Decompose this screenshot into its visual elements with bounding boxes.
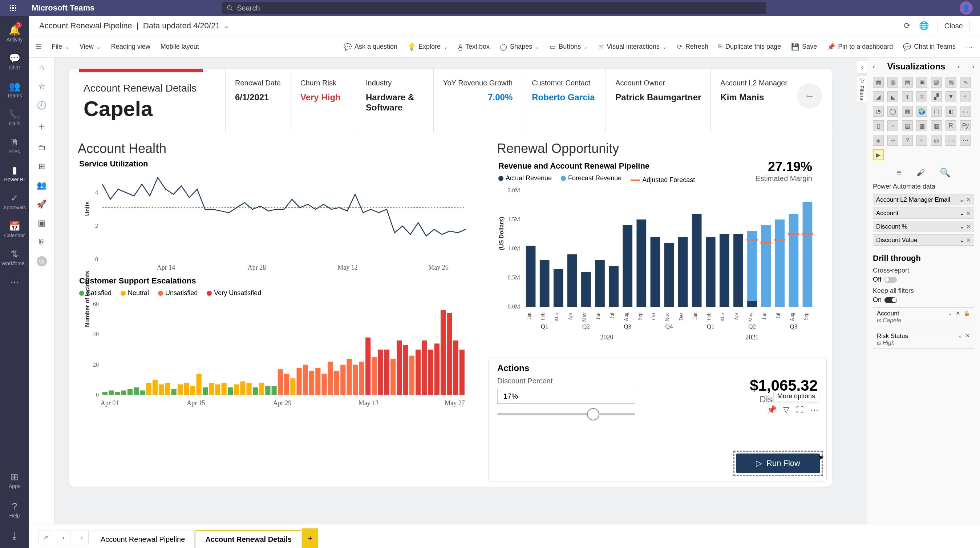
- remove-icon[interactable]: ✕: [956, 310, 960, 317]
- keep-filters-toggle[interactable]: On: [873, 296, 897, 304]
- viz-power-automate-icon[interactable]: ▶: [873, 149, 884, 160]
- revenue-chart[interactable]: (US Dollars) 0.0M0.5M1.0M1.5M2.0MJanFebM…: [502, 187, 818, 347]
- rail-activity[interactable]: 🔔Activity3: [0, 20, 29, 48]
- back-button[interactable]: ←: [797, 83, 822, 109]
- run-flow-button[interactable]: ▷Run Flow: [736, 454, 820, 473]
- panel-back-icon[interactable]: ‹: [873, 63, 875, 70]
- visualization-picker[interactable]: ▦▥▤▣▨▧∿ ◢◣⫿≋▞▼⁘ ◔◯▦🌍▢◐▭ ▯▫▤▦▦RPy ◈⊹?≡◎▭⋯…: [873, 76, 974, 160]
- expand-button[interactable]: ↗: [38, 530, 52, 544]
- rail-chat[interactable]: 💬Chat: [0, 48, 29, 76]
- discount-percent-input[interactable]: 17%: [497, 389, 635, 404]
- viz-matrix-icon[interactable]: ▦: [931, 120, 942, 131]
- remove-field-icon[interactable]: ✕: [966, 237, 971, 243]
- save-button[interactable]: 💾Save: [791, 43, 817, 51]
- mini-favorites[interactable]: ☆: [38, 82, 45, 91]
- viz-line-icon[interactable]: ∿: [960, 76, 971, 88]
- viz-pie-icon[interactable]: ◔: [873, 106, 884, 117]
- viz-goals-icon[interactable]: ◎: [931, 135, 942, 146]
- discount-slider[interactable]: [497, 413, 635, 415]
- textbox-button[interactable]: A̲Text box: [458, 43, 490, 51]
- search-input[interactable]: Search: [221, 2, 767, 14]
- viz-donut-icon[interactable]: ◯: [888, 106, 898, 117]
- chat-teams-button[interactable]: 💬Chat in Teams: [903, 43, 956, 51]
- rail-workforce[interactable]: ⇅Workforce...: [0, 244, 29, 271]
- globe-icon[interactable]: 🌐: [919, 21, 929, 30]
- add-page-button[interactable]: ＋: [302, 528, 318, 548]
- drill-filter-risk[interactable]: Risk Statusis High ⌄✕: [873, 330, 974, 349]
- mini-home[interactable]: ⌂: [39, 63, 44, 72]
- drill-filter-account[interactable]: Accountis Capela ⌄✕🔒: [873, 307, 974, 327]
- reset-icon[interactable]: ⟳: [904, 21, 910, 30]
- avatar[interactable]: 👤: [960, 2, 973, 14]
- file-menu[interactable]: File⌄: [52, 43, 69, 51]
- buttons-menu[interactable]: ▭Buttons⌄: [550, 43, 588, 51]
- fields-tab-icon[interactable]: ≡: [896, 167, 902, 178]
- visual-focus-icon[interactable]: ⛶: [796, 405, 804, 415]
- viz-line-column-icon[interactable]: ⫿: [902, 91, 913, 102]
- remove-field-icon[interactable]: ✕: [966, 197, 971, 203]
- viz-bar-icon[interactable]: ▥: [888, 76, 898, 88]
- hamburger-icon[interactable]: ☰: [36, 43, 41, 51]
- mini-datasets[interactable]: 🗀: [38, 143, 46, 152]
- remove-icon[interactable]: ✕: [966, 333, 970, 339]
- viz-more-icon[interactable]: ⋯: [960, 135, 971, 146]
- waffle-icon[interactable]: [7, 2, 19, 14]
- viz-r-icon[interactable]: R: [945, 120, 956, 131]
- viz-card-icon[interactable]: ▭: [960, 106, 971, 117]
- rail-help[interactable]: ?Help: [0, 495, 29, 524]
- mobile-layout-button[interactable]: Mobile layout: [161, 43, 199, 51]
- visual-more-icon[interactable]: ⋯: [810, 405, 818, 415]
- viz-100-column-icon[interactable]: ▧: [945, 76, 956, 88]
- viz-multi-card-icon[interactable]: ▯: [873, 120, 884, 131]
- remove-field-icon[interactable]: ✕: [966, 223, 971, 230]
- viz-ribbon-icon[interactable]: ≋: [916, 91, 928, 102]
- chevron-down-icon[interactable]: ⌄: [948, 310, 953, 317]
- format-tab-icon[interactable]: 🖌: [916, 167, 925, 178]
- rail-more[interactable]: ⋯: [0, 271, 29, 294]
- mini-workspace-avatar[interactable]: W: [37, 256, 47, 266]
- rail-calls[interactable]: 📞Calls: [0, 104, 29, 132]
- analytics-tab-icon[interactable]: 🔍: [940, 167, 951, 178]
- rail-approvals[interactable]: ✓Approvals: [0, 188, 29, 215]
- viz-gauge-icon[interactable]: ◐: [945, 106, 956, 117]
- viz-treemap-icon[interactable]: ▦: [902, 106, 913, 117]
- mini-recent[interactable]: 🕘: [37, 101, 46, 110]
- field-pill[interactable]: Discount Value⌄ ✕: [873, 234, 974, 246]
- rail-calendar[interactable]: 📅Calendar: [0, 215, 29, 244]
- visual-pin-icon[interactable]: 📌: [767, 405, 776, 415]
- next-page-button[interactable]: ›: [75, 530, 89, 544]
- viz-scatter-icon[interactable]: ⁘: [960, 91, 971, 102]
- panel-collapse-left[interactable]: ‹: [857, 61, 867, 74]
- mini-workspaces[interactable]: ▣: [38, 218, 45, 228]
- mini-create[interactable]: ＋: [37, 119, 47, 133]
- shapes-menu[interactable]: ◯Shapes⌄: [500, 43, 539, 51]
- tab-pipeline[interactable]: Account Renewal Pipeline: [91, 530, 195, 548]
- chevron-down-icon[interactable]: ⌄: [223, 21, 229, 30]
- filters-tab[interactable]: ▽Filters: [857, 75, 867, 102]
- viz-decomp-icon[interactable]: ⊹: [888, 135, 898, 146]
- cross-report-toggle[interactable]: Off: [873, 276, 897, 284]
- viz-table-icon[interactable]: ▦: [916, 120, 928, 131]
- viz-map-icon[interactable]: 🌍: [916, 106, 928, 117]
- rail-teams[interactable]: 👥Teams: [0, 76, 29, 104]
- tab-details[interactable]: Account Renewal Details: [196, 530, 301, 548]
- viz-waterfall-icon[interactable]: ▞: [931, 91, 942, 102]
- escalations-chart[interactable]: Number of Incidents 0204060Apr 01Apr 15A…: [88, 301, 469, 409]
- viz-slicer-icon[interactable]: ▤: [902, 120, 913, 131]
- viz-stacked-area-icon[interactable]: ◣: [888, 91, 898, 102]
- viz-column-icon[interactable]: ▣: [916, 76, 928, 88]
- rail-files[interactable]: 🗎Files: [0, 132, 29, 159]
- reading-view-button[interactable]: Reading view: [111, 43, 150, 51]
- field-pill[interactable]: Discount %⌄ ✕: [873, 221, 974, 232]
- mini-learn[interactable]: 🚀: [37, 199, 46, 209]
- viz-funnel-icon[interactable]: ▼: [945, 91, 956, 102]
- service-utilization-chart[interactable]: Units 024Apr 14Apr 28May 12May 26: [88, 172, 469, 274]
- slider-thumb[interactable]: [587, 408, 599, 421]
- rail-apps[interactable]: ⊞Apps: [0, 465, 29, 495]
- mini-shared[interactable]: 👥: [37, 181, 46, 190]
- pin-button[interactable]: 📌Pin to a dashboard: [827, 43, 893, 51]
- ask-question-button[interactable]: 💬Ask a question: [344, 43, 398, 51]
- mini-deployment[interactable]: ⎘: [39, 237, 44, 247]
- prev-page-button[interactable]: ‹: [57, 530, 70, 544]
- run-flow-visual[interactable]: ▷Run Flow: [733, 451, 823, 476]
